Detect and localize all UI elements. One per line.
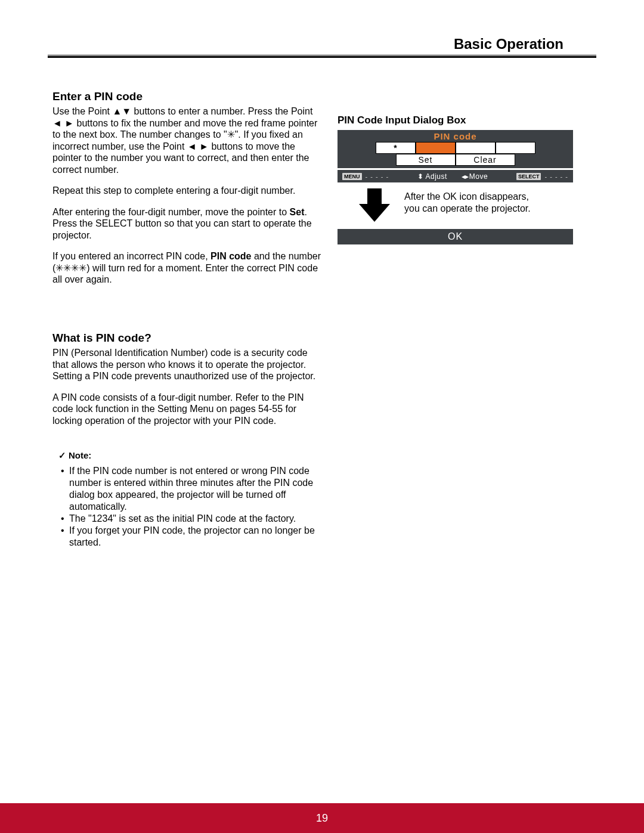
down-arrow-icon: [357, 187, 392, 223]
note-item-3: • If you forget your PIN code, the proje…: [61, 525, 324, 549]
note-item-3-text: If you forget your PIN code, the project…: [69, 525, 324, 549]
menu-tag: MENU: [342, 173, 362, 180]
left-column: Enter a PIN code Use the Point ▲▼ button…: [52, 89, 324, 549]
page-footer: 19: [0, 803, 644, 833]
para4-a: If you entered an incorrect PIN code,: [52, 251, 210, 261]
para4-pin-bold: PIN code: [210, 251, 251, 261]
menu-tag-group: MENU - - - - -: [342, 173, 389, 180]
note-item-1-text: If the PIN code number is not entered or…: [69, 465, 324, 513]
enter-pin-title: Enter a PIN code: [52, 89, 324, 103]
ok-bar: OK: [338, 229, 573, 244]
dialog-title: PIN Code Input Dialog Box: [338, 114, 573, 126]
dialog-top: PIN code * Set Clear: [338, 130, 573, 168]
select-tag: SELECT: [516, 173, 541, 180]
select-dashes: - - - - -: [544, 173, 568, 180]
pin-cell-2[interactable]: [416, 142, 456, 154]
pin-cell-3[interactable]: [456, 142, 496, 154]
dialog-button-row: Set Clear: [338, 154, 573, 166]
enter-pin-para1: Use the Point ▲▼ buttons to enter a numb…: [52, 106, 324, 175]
bullet-icon: •: [61, 465, 69, 513]
move-hint: ◂▸Move: [462, 172, 488, 181]
arrow-caption: After the OK icon disappears, you can op…: [404, 187, 531, 215]
enter-pin-para3: After entering the four-digit number, mo…: [52, 206, 324, 241]
para3-a: After entering the four-digit number, mo…: [52, 207, 290, 217]
move-label: Move: [469, 172, 488, 181]
note-block: ✓Note: • If the PIN code number is not e…: [58, 450, 324, 549]
pin-input-row: *: [338, 142, 573, 154]
select-tag-group: SELECT - - - - -: [516, 173, 568, 180]
adjust-hint: ⬍ Adjust: [417, 172, 447, 181]
what-is-pin-p1: PIN (Personal Identification Number) cod…: [52, 347, 324, 382]
menu-dashes: - - - - -: [366, 173, 389, 180]
note-item-2: • The "1234" is set as the initial PIN c…: [61, 513, 324, 525]
enter-pin-para2: Repeat this step to complete entering a …: [52, 185, 324, 197]
right-column: PIN Code Input Dialog Box PIN code * Set…: [338, 114, 573, 244]
what-is-pin-title: What is PIN code?: [52, 331, 324, 345]
page-header: Basic Operation: [0, 36, 644, 52]
arrow-line-1: After the OK icon disappears,: [404, 191, 531, 203]
set-button[interactable]: Set: [396, 154, 456, 166]
para3-set-bold: Set: [290, 207, 305, 217]
dialog-bottom-bar: MENU - - - - - ⬍ Adjust ◂▸Move SELECT - …: [338, 168, 573, 182]
note-label: ✓Note:: [58, 450, 324, 462]
bullet-icon: •: [61, 525, 69, 549]
note-item-2-text: The "1234" is set as the initial PIN cod…: [69, 513, 324, 525]
bullet-icon: •: [61, 513, 69, 525]
dialog-header: PIN code: [338, 130, 573, 142]
pin-dialog: PIN code * Set Clear MENU - - - - - ⬍ Ad…: [338, 130, 573, 182]
page-number: 19: [316, 812, 328, 824]
pin-cell-4[interactable]: [496, 142, 535, 154]
header-rule: [48, 55, 596, 58]
arrow-row: After the OK icon disappears, you can op…: [338, 187, 573, 223]
hint-center: ⬍ Adjust ◂▸Move: [417, 172, 488, 181]
note-label-text: Note:: [69, 450, 91, 460]
leftright-icon: ◂▸: [462, 172, 469, 181]
note-item-1: • If the PIN code number is not entered …: [61, 465, 324, 513]
arrow-line-2: you can operate the projector.: [404, 203, 531, 215]
what-is-pin-p2: A PIN code consists of a four-digit numb…: [52, 392, 324, 427]
pin-cell-1[interactable]: *: [376, 142, 416, 154]
enter-pin-para4: If you entered an incorrect PIN code, PI…: [52, 250, 324, 286]
updown-icon: ⬍: [417, 172, 424, 181]
check-icon: ✓: [58, 450, 66, 460]
clear-button[interactable]: Clear: [456, 154, 515, 166]
adjust-label: Adjust: [425, 172, 447, 181]
